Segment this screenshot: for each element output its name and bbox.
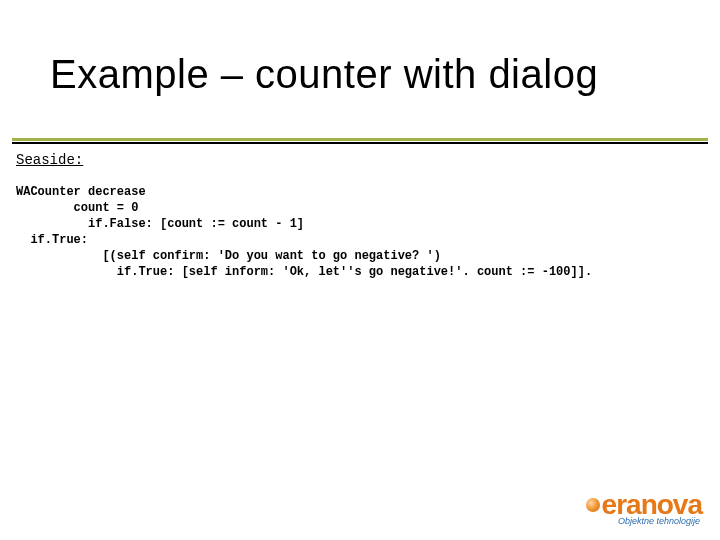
slide: Example – counter with dialog Seaside: W… <box>0 0 720 540</box>
logo-globe-icon <box>586 498 600 512</box>
logo-word: eranova <box>586 492 702 518</box>
slide-title: Example – counter with dialog <box>50 52 598 97</box>
code-line: count = 0 <box>16 201 138 215</box>
logo: eranova Objektne tehnologije <box>586 492 702 526</box>
logo-text: eranova <box>602 492 702 518</box>
code-line: [(self confirm: 'Do you want to go negat… <box>16 249 441 263</box>
code-line: WACounter decrease <box>16 185 146 199</box>
code-line: if.False: [count := count - 1] <box>16 217 304 231</box>
code-line: if.True: <box>16 233 88 247</box>
divider-black <box>12 142 708 144</box>
divider-green <box>12 138 708 141</box>
code-block: WACounter decrease count = 0 if.False: [… <box>16 184 704 280</box>
code-line: if.True: [self inform: 'Ok, let''s go ne… <box>16 265 592 279</box>
section-label: Seaside: <box>16 152 83 168</box>
